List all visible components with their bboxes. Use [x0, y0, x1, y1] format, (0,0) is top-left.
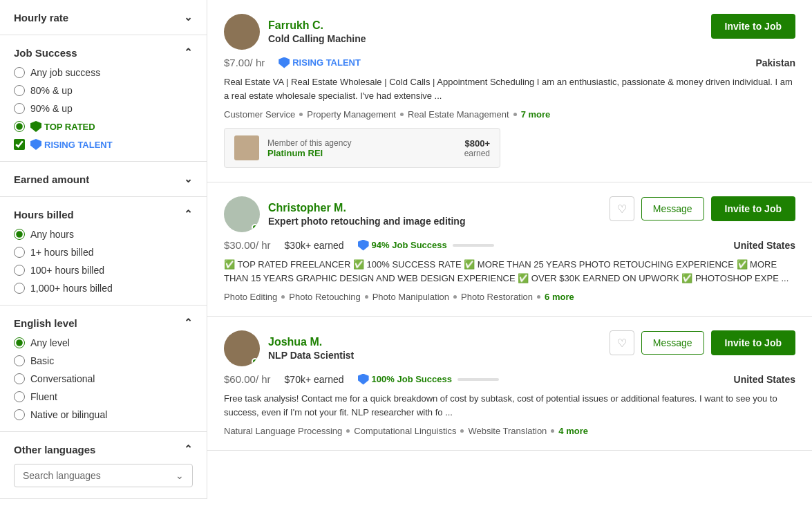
english-basic[interactable]: Basic — [14, 355, 193, 366]
job-success-rising-talent[interactable]: RISING TALENT — [14, 139, 193, 150]
search-languages-box[interactable]: Search languages ⌄ — [14, 464, 193, 487]
hourly-rate-header[interactable]: Hourly rate ⌄ — [14, 11, 193, 24]
agency-box-farrukh: Member of this agency Platinum REI $800+… — [224, 128, 500, 168]
agency-info-farrukh: Member of this agency Platinum REI — [267, 138, 456, 158]
freelancer-title-farrukh: Cold Calling Machine — [268, 33, 366, 44]
job-success-bar-christopher — [453, 244, 494, 247]
card-header-christopher: Christopher M. Expert photo retouching a… — [224, 196, 795, 232]
job-success-90-label: 90% & up — [30, 103, 73, 114]
search-languages-placeholder: Search languages — [23, 470, 101, 481]
skills-joshua: Natural Language Processing Computationa… — [224, 426, 795, 436]
job-success-80-label: 80% & up — [30, 85, 73, 96]
freelancer-card-farrukh: Farrukh C. Cold Calling Machine Invite t… — [207, 0, 812, 182]
rising-talent-label: RISING TALENT — [44, 140, 113, 150]
job-success-any[interactable]: Any job success — [14, 67, 193, 78]
card-meta-christopher: $30.00/ hr $30k+ earned 94% Job Success … — [224, 239, 795, 251]
hours-billed-options: Any hours 1+ hours billed 100+ hours bil… — [14, 229, 193, 294]
english-any[interactable]: Any level — [14, 337, 193, 348]
location-farrukh: Pakistan — [755, 57, 795, 68]
english-level-header[interactable]: English level ⌃ — [14, 317, 193, 329]
skill-dot — [460, 429, 464, 433]
invite-btn-christopher[interactable]: Invite to Job — [711, 196, 795, 221]
sidebar-section-earned-amount: Earned amount ⌄ — [0, 162, 207, 197]
card-header-joshua: Joshua M. NLP Data Scientist ♡ Message I… — [224, 330, 795, 366]
freelancer-card-joshua: Joshua M. NLP Data Scientist ♡ Message I… — [207, 317, 812, 451]
skill-label: Photo Editing — [224, 292, 277, 302]
rate-unit-joshua: / hr — [256, 373, 271, 385]
avatar-online-christopher — [252, 224, 258, 231]
skills-farrukh: Customer Service Property Management Rea… — [224, 109, 795, 120]
skill-dot — [346, 429, 350, 433]
skill-label: Photo Retouching — [289, 292, 360, 302]
shield-icon-christopher — [358, 240, 369, 251]
shield-green-icon — [30, 121, 41, 132]
skill-dot — [513, 113, 517, 116]
english-native-label: Native or bilingual — [30, 409, 107, 420]
agency-thumb-farrukh — [234, 135, 259, 160]
sidebar-section-hours-billed: Hours billed ⌃ Any hours 1+ hours billed… — [0, 197, 207, 306]
invite-btn-joshua[interactable]: Invite to Job — [711, 330, 795, 355]
freelancer-name-farrukh[interactable]: Farrukh C. — [268, 19, 323, 31]
english-fluent[interactable]: Fluent — [14, 391, 193, 402]
job-success-label-christopher: 94% Job Success — [372, 240, 447, 250]
message-btn-joshua[interactable]: Message — [641, 331, 704, 355]
card-meta-farrukh: $7.00/ hr RISING TALENT Pakistan — [224, 57, 795, 68]
heart-btn-joshua[interactable]: ♡ — [610, 330, 634, 355]
skill-item: Photo Retouching — [289, 292, 360, 302]
skill-dot — [299, 113, 303, 116]
job-success-header[interactable]: Job Success ⌃ — [14, 46, 193, 59]
earned-label-christopher: earned — [314, 240, 344, 251]
earned-amount-header[interactable]: Earned amount ⌄ — [14, 173, 193, 185]
hours-100plus[interactable]: 100+ hours billed — [14, 265, 193, 276]
hours-any[interactable]: Any hours — [14, 229, 193, 240]
skill-label: Real Estate Management — [408, 109, 509, 120]
hours-1000plus[interactable]: 1,000+ hours billed — [14, 283, 193, 294]
job-success-80[interactable]: 80% & up — [14, 85, 193, 96]
freelancer-name-christopher[interactable]: Christopher M. — [268, 202, 346, 214]
more-skills-joshua[interactable]: 4 more — [558, 426, 588, 436]
skill-item: Website Translation — [468, 426, 547, 436]
more-skills-christopher[interactable]: 6 more — [545, 292, 574, 302]
agency-earned-label: earned — [464, 149, 490, 158]
hours-billed-header[interactable]: Hours billed ⌃ — [14, 208, 193, 220]
freelancer-name-joshua[interactable]: Joshua M. — [268, 336, 322, 348]
english-conversational[interactable]: Conversational — [14, 373, 193, 384]
shield-icon-joshua — [358, 374, 369, 385]
freelancer-title-christopher: Expert photo retouching and image editin… — [268, 216, 465, 227]
top-rated-label: TOP RATED — [44, 122, 95, 132]
chevron-down-icon2: ⌄ — [184, 173, 193, 185]
chevron-down-icon3: ⌄ — [176, 470, 184, 481]
english-native[interactable]: Native or bilingual — [14, 409, 193, 420]
earned-joshua: $70k+ earned — [285, 374, 344, 385]
english-fluent-label: Fluent — [30, 391, 57, 402]
location-christopher: United States — [734, 240, 795, 251]
hours-1plus-label: 1+ hours billed — [30, 247, 93, 258]
rate-unit-christopher: / hr — [256, 239, 271, 251]
skill-label: Photo Restoration — [461, 292, 533, 302]
description-farrukh: Real Estate VA | Real Estate Wholesale |… — [224, 75, 795, 102]
earned-value-joshua: $70k+ — [285, 374, 312, 385]
chevron-up-icon: ⌃ — [184, 46, 193, 59]
avatar-farrukh — [224, 14, 260, 50]
job-success-top-rated[interactable]: TOP RATED — [14, 121, 193, 132]
hours-any-label: Any hours — [30, 229, 74, 240]
freelancer-info-joshua: Joshua M. NLP Data Scientist — [268, 336, 354, 361]
skill-label: Customer Service — [224, 109, 295, 120]
other-languages-header[interactable]: Other languages ⌃ — [14, 443, 193, 455]
more-skills-farrukh[interactable]: 7 more — [521, 109, 551, 120]
skill-dot — [551, 429, 554, 433]
heart-btn-christopher[interactable]: ♡ — [610, 196, 634, 221]
earned-christopher: $30k+ earned — [285, 240, 344, 251]
card-actions-joshua: ♡ Message Invite to Job — [610, 330, 795, 355]
hours-1000plus-label: 1,000+ hours billed — [30, 283, 113, 294]
invite-btn-farrukh[interactable]: Invite to Job — [711, 14, 795, 39]
hours-1plus[interactable]: 1+ hours billed — [14, 247, 193, 258]
agency-name[interactable]: Platinum REI — [267, 148, 456, 158]
skills-christopher: Photo Editing Photo Retouching Photo Man… — [224, 292, 795, 302]
message-btn-christopher[interactable]: Message — [641, 197, 704, 220]
location-joshua: United States — [734, 374, 795, 385]
job-success-90[interactable]: 90% & up — [14, 103, 193, 114]
sidebar-section-hourly-rate: Hourly rate ⌄ — [0, 0, 207, 35]
card-header-left-joshua: Joshua M. NLP Data Scientist — [224, 330, 354, 366]
english-conversational-label: Conversational — [30, 373, 95, 384]
